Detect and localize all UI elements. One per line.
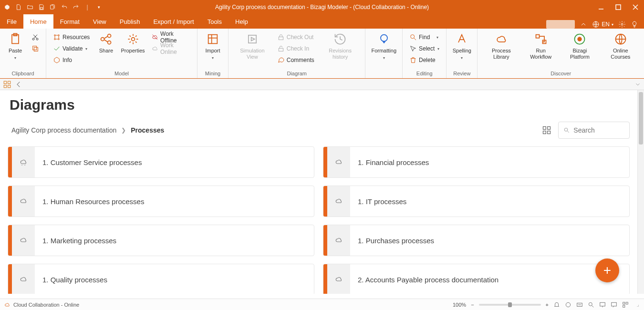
svg-rect-1 — [41, 8, 43, 9]
page-heading: Diagrams — [10, 97, 630, 113]
formatting-button[interactable]: Formatting ▾ — [368, 31, 399, 62]
find-button[interactable]: Find▾ — [407, 31, 441, 43]
fit-width-icon[interactable] — [576, 301, 583, 308]
tab-file[interactable]: File — [0, 14, 23, 29]
group-model-label: Model — [49, 70, 194, 78]
presentation-icon[interactable] — [599, 301, 606, 308]
svg-point-7 — [621, 23, 623, 25]
svg-rect-64 — [612, 302, 617, 306]
info-button[interactable]: Info — [51, 54, 92, 66]
import-button[interactable]: Import ▾ — [200, 31, 225, 62]
lightbulb-icon[interactable] — [631, 21, 638, 28]
redo-icon[interactable] — [71, 2, 81, 12]
view-grid-icon[interactable] — [542, 125, 551, 135]
search-box[interactable] — [558, 122, 630, 139]
formatting-icon — [377, 32, 391, 46]
language-selector[interactable]: EN ▾ — [592, 21, 613, 28]
process-card[interactable]: 2. Accounts Payable process documentatio… — [323, 264, 630, 294]
comments-button[interactable]: Comments — [275, 54, 316, 66]
process-card[interactable]: 1. Purchases processes — [323, 225, 630, 256]
group-clipboard: Paste ▾ Clipboard — [0, 29, 46, 78]
import-label: Import — [205, 48, 220, 54]
diagrams-nav-icon[interactable] — [622, 301, 629, 308]
sub-toolbar-dropdown[interactable] — [634, 81, 641, 88]
zoom-out-button[interactable]: − — [471, 302, 474, 308]
spelling-button[interactable]: Spelling ▾ — [449, 31, 474, 62]
work-offline-button[interactable]: Work Offline — [149, 31, 192, 43]
process-card[interactable]: 1. Marketing processes — [8, 225, 314, 256]
minimize-button[interactable] — [592, 0, 610, 14]
back-icon[interactable] — [14, 80, 23, 89]
user-chip[interactable] — [546, 20, 575, 29]
online-courses-button[interactable]: Online Courses — [600, 31, 641, 62]
process-library-button[interactable]: Process Library — [480, 31, 522, 62]
svg-point-10 — [32, 38, 34, 40]
process-card[interactable]: 1. Quality processes — [8, 264, 314, 294]
tab-view[interactable]: View — [86, 14, 113, 29]
svg-point-45 — [578, 37, 582, 41]
validate-button[interactable]: Validate▾ — [51, 43, 92, 54]
open-icon[interactable] — [25, 2, 35, 12]
diagrams-view-icon[interactable] — [3, 80, 11, 89]
svg-point-16 — [54, 35, 56, 36]
zoom-slider[interactable] — [479, 304, 541, 306]
cut-button[interactable] — [30, 31, 41, 43]
copy-button[interactable] — [30, 43, 41, 54]
breadcrumb-root[interactable]: Agility Corp process documentation — [11, 126, 116, 134]
tab-home[interactable]: Home — [23, 14, 53, 29]
save-icon[interactable] — [36, 2, 47, 12]
main-pane: Diagrams Agility Corp process documentat… — [0, 90, 637, 294]
menubar-right: EN ▾ — [546, 20, 644, 29]
app-icon[interactable] — [2, 2, 12, 12]
process-card[interactable]: 1. Human Resources processes — [8, 186, 314, 217]
settings-icon[interactable] — [618, 21, 626, 28]
svg-point-26 — [108, 34, 111, 38]
simulation-button: Simulation View — [231, 31, 273, 62]
maximize-button[interactable] — [610, 0, 627, 14]
search-input[interactable] — [573, 126, 624, 134]
tab-export-import[interactable]: Export / Import — [146, 14, 200, 29]
comments-pane-icon[interactable] — [611, 301, 617, 308]
zoom-in-button[interactable]: + — [546, 302, 549, 308]
svg-rect-38 — [279, 48, 283, 51]
scrollbar-thumb[interactable] — [639, 92, 643, 145]
tab-tools[interactable]: Tools — [201, 14, 229, 29]
share-button[interactable]: Share — [93, 31, 118, 56]
tab-format[interactable]: Format — [53, 14, 86, 29]
select-button[interactable]: Select▾ — [407, 43, 441, 54]
share-icon — [99, 32, 113, 46]
resources-icon — [53, 33, 61, 41]
undo-icon[interactable] — [59, 2, 70, 12]
properties-button[interactable]: Properties — [118, 31, 147, 56]
svg-point-11 — [36, 38, 38, 40]
zoom-100-icon[interactable] — [565, 301, 571, 308]
process-card[interactable]: 1. Financial processes — [323, 146, 630, 178]
notifications-icon[interactable] — [553, 301, 560, 308]
svg-point-69 — [637, 306, 638, 306]
new-icon[interactable] — [13, 2, 24, 12]
process-card[interactable]: 1. IT processes — [323, 186, 630, 217]
resources-button[interactable]: Resources — [51, 31, 92, 43]
tab-help[interactable]: Help — [229, 14, 255, 29]
checkout-label: Check Out — [287, 34, 314, 41]
resize-grip-icon[interactable] — [634, 301, 640, 308]
platform-icon — [573, 32, 586, 46]
add-diagram-fab[interactable]: + — [595, 258, 619, 282]
svg-line-28 — [104, 36, 108, 39]
svg-point-40 — [411, 35, 415, 39]
qat-dropdown-icon[interactable]: ▾ — [93, 2, 104, 12]
cloud-sync-icon — [327, 264, 350, 294]
process-card[interactable]: 1. Customer Service processes — [8, 146, 314, 178]
bizagi-platform-button[interactable]: Bizagi Platform — [560, 31, 600, 62]
zoom-tool-icon[interactable] — [588, 301, 594, 308]
vertical-scrollbar[interactable] — [637, 90, 644, 294]
delete-button[interactable]: Delete — [407, 54, 441, 66]
paste-button[interactable]: Paste ▾ — [3, 31, 28, 62]
save-all-icon[interactable] — [48, 2, 58, 12]
svg-point-60 — [589, 302, 592, 306]
close-button[interactable] — [627, 0, 644, 14]
tab-publish[interactable]: Publish — [113, 14, 147, 29]
run-workflow-button[interactable]: Run Workflow — [522, 31, 560, 62]
collapse-ribbon-icon[interactable] — [580, 21, 587, 28]
svg-rect-14 — [34, 47, 38, 51]
